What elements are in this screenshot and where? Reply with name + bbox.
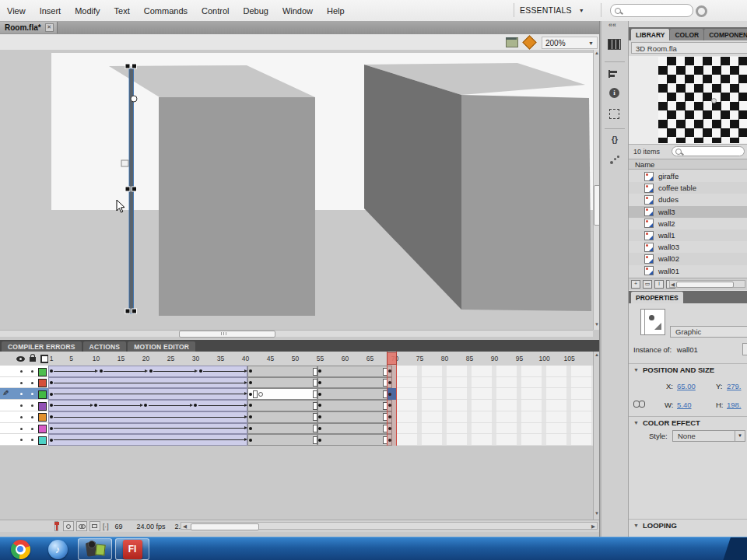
library-horizontal-scrollbar[interactable]: ◀ [669, 280, 745, 288]
lock-all-icon[interactable] [30, 357, 36, 362]
keyframe-dot[interactable] [318, 393, 321, 396]
taskbar-chrome-button[interactable] [3, 538, 37, 560]
menu-debug[interactable]: Debug [236, 1, 275, 21]
span-end-marker[interactable] [313, 425, 317, 432]
code-snippets-panel-icon[interactable]: { } [608, 134, 621, 145]
library-search-input[interactable] [672, 146, 745, 156]
edit-multiple-frames-icon[interactable] [89, 521, 100, 531]
layer-lock-dot[interactable] [31, 404, 33, 407]
swap-symbol-button[interactable] [742, 343, 747, 355]
menu-view[interactable]: View [0, 1, 33, 21]
y-value[interactable]: 279. [727, 382, 742, 390]
library-item-wall03[interactable]: wall03 [629, 241, 747, 253]
taskbar-flash-button[interactable]: Fl [115, 538, 149, 560]
keyframe-dot[interactable] [50, 404, 53, 407]
new-folder-button[interactable]: ▭ [643, 280, 652, 289]
tab-motion-editor[interactable]: MOTION EDITOR [128, 341, 195, 352]
onion-skin-icon[interactable] [63, 521, 74, 531]
static-span[interactable] [317, 434, 392, 446]
layer-item[interactable] [0, 400, 48, 411]
w-value[interactable]: 5.40 [677, 401, 692, 409]
layer-lock-dot[interactable] [31, 393, 33, 395]
layer-visibility-dot[interactable] [20, 382, 23, 384]
menu-commands[interactable]: Commands [137, 1, 195, 21]
keyframe-dot[interactable] [249, 427, 252, 430]
layer-lock-dot[interactable] [31, 382, 33, 384]
layer-item[interactable] [0, 423, 48, 435]
layer-lock-dot[interactable] [31, 428, 33, 430]
span-end-marker[interactable] [313, 379, 317, 387]
layer-outline-color-chip[interactable] [38, 390, 47, 399]
static-span[interactable] [247, 423, 317, 435]
transform-panel-icon[interactable] [608, 108, 621, 120]
tab-properties[interactable]: PROPERTIES [631, 292, 683, 303]
layer-visibility-dot[interactable] [20, 404, 23, 407]
timeline-layer-row[interactable] [0, 423, 593, 435]
keyframe-dot[interactable] [100, 369, 103, 373]
static-span[interactable] [247, 366, 317, 377]
taskbar-video-app-button[interactable] [78, 538, 112, 560]
frame-rate-indicator[interactable]: 24.00 fps [137, 523, 166, 530]
layer-outline-color-chip[interactable] [38, 436, 47, 445]
tab-color[interactable]: COLOR [670, 29, 703, 40]
timeline-layer-row[interactable] [0, 434, 593, 446]
edit-scene-icon[interactable] [506, 37, 518, 47]
library-item-wall2[interactable]: wall2 [629, 218, 747, 229]
close-icon[interactable]: ✕ [45, 23, 54, 32]
layer-visibility-dot[interactable] [20, 370, 23, 373]
layer-outline-color-chip[interactable] [38, 425, 47, 433]
library-item-dudes[interactable]: dudes [629, 194, 747, 205]
new-symbol-button[interactable]: + [631, 280, 640, 289]
span-end-marker[interactable] [313, 402, 317, 410]
layer-visibility-dot[interactable] [20, 393, 23, 395]
library-item-list[interactable]: giraffecoffee tabledudeswall3wall2wall1w… [629, 170, 747, 277]
scroll-right-icon[interactable]: ▶ [591, 523, 595, 530]
timeline-horizontal-scrollbar[interactable]: ◀ ▶ [181, 522, 598, 530]
onion-skin-outlines-icon[interactable] [76, 521, 87, 531]
workspace-switcher[interactable]: ESSENTIALS ▼ [520, 0, 584, 20]
timeline-hscroll-thumb[interactable] [191, 523, 259, 530]
modify-markers-icon[interactable]: [·] [103, 523, 109, 530]
library-hscroll-thumb[interactable] [676, 282, 734, 289]
keyframe-dot[interactable] [50, 381, 53, 384]
center-playhead-icon[interactable] [54, 521, 58, 531]
span-end-marker[interactable] [313, 436, 317, 444]
keyframe-dot[interactable] [318, 427, 321, 430]
stage-viewport[interactable] [0, 50, 599, 330]
span-end-marker[interactable] [253, 390, 258, 398]
swatches-panel-icon[interactable] [608, 38, 621, 50]
section-position-and-size[interactable]: ▼ POSITION AND SIZE [629, 363, 747, 376]
layer-item-selected[interactable]: ✎ [0, 388, 48, 400]
static-span[interactable] [317, 377, 392, 389]
symbol-properties-button[interactable]: i [654, 280, 664, 289]
show-hide-all-icon[interactable] [16, 356, 25, 362]
keyframe-dot[interactable] [249, 415, 252, 418]
taskbar-itunes-button[interactable]: ♪ [40, 538, 75, 560]
tab-components[interactable]: COMPONENTS [704, 29, 747, 40]
layer-item[interactable] [0, 434, 48, 446]
layer-visibility-dot[interactable] [20, 428, 23, 430]
static-span[interactable] [317, 400, 392, 411]
tab-actions[interactable]: ACTIONS [83, 341, 127, 352]
info-panel-icon[interactable]: i [608, 87, 621, 99]
menu-insert[interactable]: Insert [33, 1, 68, 21]
layer-item[interactable] [0, 377, 48, 389]
x-value[interactable]: 65.00 [677, 382, 696, 390]
stage-zoom-select[interactable]: 200% ▼ [542, 37, 598, 49]
library-item-wall1[interactable]: wall1 [629, 229, 747, 241]
library-item-wall01[interactable]: wall01 [629, 265, 747, 277]
tab-library[interactable]: LIBRARY [631, 29, 669, 40]
keyframe-dot[interactable] [318, 439, 321, 442]
layer-outline-color-chip[interactable] [38, 368, 47, 376]
color-style-select[interactable]: None ▼ [672, 430, 745, 442]
keyframe-dot[interactable] [50, 427, 53, 430]
tab-compiler-errors[interactable]: COMPILER ERRORS [2, 341, 82, 352]
static-span[interactable] [247, 400, 317, 411]
menu-help[interactable]: Help [320, 1, 352, 21]
keyframe-dot[interactable] [249, 369, 252, 373]
symbol-behavior-select[interactable]: Graphic [670, 326, 747, 338]
keyframe-dot[interactable] [149, 369, 153, 373]
timeline-frame-ruler[interactable]: 1510152025303540455055606570758085909510… [48, 352, 593, 366]
section-color-effect[interactable]: ▼ COLOR EFFECT [629, 416, 747, 429]
keyframe-dot[interactable] [249, 439, 252, 442]
